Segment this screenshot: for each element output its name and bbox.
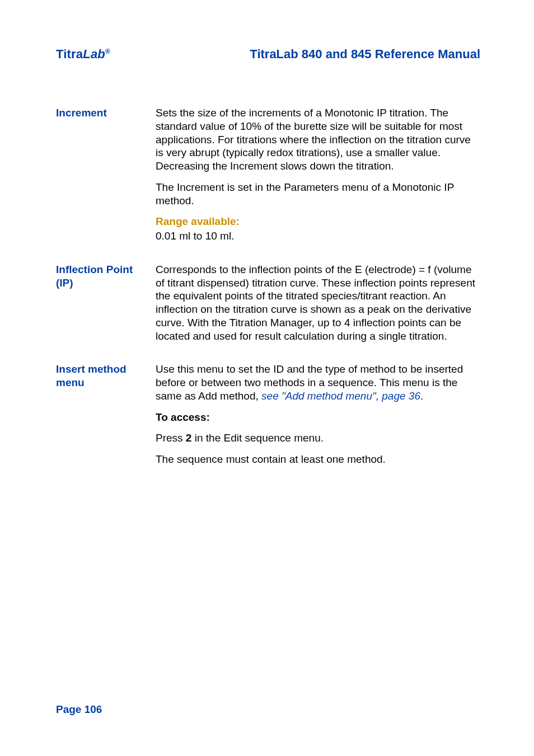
def-col: Corresponds to the inflection points of …: [156, 263, 480, 343]
term-insert-method-menu: Insert method menu: [56, 363, 150, 389]
page: TitraLab® TitraLab 840 and 845 Reference…: [0, 0, 534, 756]
increment-paragraph-1: Sets the size of the increments of a Mon…: [156, 106, 480, 173]
range-available-label: Range available:: [156, 215, 480, 228]
to-access-label: To access:: [156, 411, 480, 424]
term-col: Increment: [56, 106, 156, 120]
brand-logo: TitraLab®: [56, 47, 110, 62]
access-post: in the Edit sequence menu.: [191, 432, 324, 444]
to-access-instruction: Press 2 in the Edit sequence menu.: [156, 431, 480, 445]
page-title: TitraLab 840 and 845 Reference Manual: [250, 47, 480, 62]
insert-p1-post: .: [420, 390, 423, 402]
entry-insert-method-menu: Insert method menu Use this menu to set …: [56, 363, 480, 466]
add-method-link[interactable]: see "Add method menu", page 36: [261, 390, 420, 402]
brand-prefix: Titra: [56, 47, 83, 61]
def-col: Sets the size of the increments of a Mon…: [156, 106, 480, 243]
insert-note: The sequence must contain at least one m…: [156, 453, 480, 466]
def-col: Use this menu to set the ID and the type…: [156, 363, 480, 466]
term-inflection-point: Inflection Point (IP): [56, 263, 150, 290]
page-footer: Page 106: [56, 703, 102, 716]
entry-inflection-point: Inflection Point (IP) Corresponds to the…: [56, 263, 480, 343]
page-number-label: Page 106: [56, 703, 102, 715]
term-increment: Increment: [56, 106, 150, 120]
term-col: Inflection Point (IP): [56, 263, 156, 290]
access-pre: Press: [156, 432, 186, 444]
brand-registered: ®: [105, 48, 110, 55]
range-available-value: 0.01 ml to 10 ml.: [156, 229, 480, 243]
increment-paragraph-2: The Increment is set in the Parameters m…: [156, 181, 480, 208]
insert-paragraph-1: Use this menu to set the ID and the type…: [156, 363, 480, 402]
entry-increment: Increment Sets the size of the increment…: [56, 106, 480, 243]
brand-lab: Lab: [83, 47, 105, 61]
term-col: Insert method menu: [56, 363, 156, 389]
access-key: 2: [186, 432, 192, 444]
page-header: TitraLab® TitraLab 840 and 845 Reference…: [56, 47, 480, 62]
inflection-paragraph-1: Corresponds to the inflection points of …: [156, 263, 480, 343]
